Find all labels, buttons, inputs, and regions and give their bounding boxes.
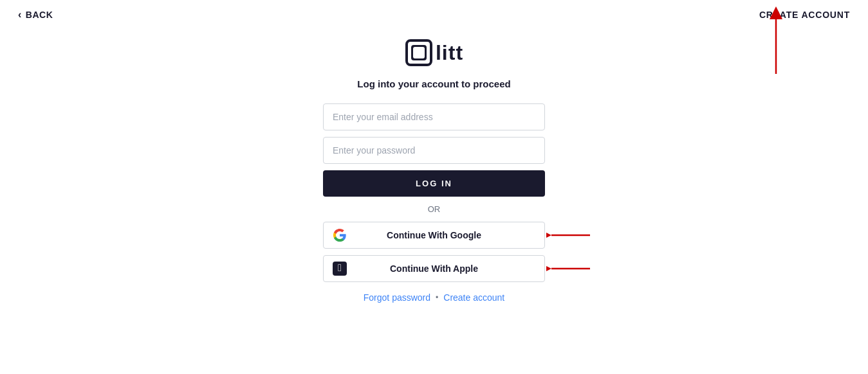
logo-icon — [405, 39, 433, 67]
annotation-arrow-create-account — [760, 6, 792, 77]
login-form: LOG IN OR Continue With Google — [323, 103, 545, 282]
forgot-password-link[interactable]: Forgot password — [364, 292, 430, 303]
tagline: Log into your account to proceed — [357, 78, 510, 89]
apple-icon:  — [333, 262, 347, 276]
google-signin-button[interactable]: Continue With Google — [323, 222, 545, 249]
apple-button-wrapper:  Continue With Apple — [323, 255, 545, 282]
or-divider: OR — [323, 204, 545, 214]
back-label: BACK — [26, 10, 53, 20]
main-content: litt Log into your account to proceed LO… — [0, 0, 868, 303]
bottom-links: Forgot password • Create account — [364, 292, 504, 303]
back-button[interactable]: ‹ BACK — [18, 9, 53, 21]
logo-container: litt — [405, 39, 463, 67]
dot-separator: • — [436, 293, 438, 302]
google-button-label: Continue With Google — [387, 230, 481, 240]
svg-rect-4 — [413, 47, 425, 58]
create-account-link[interactable]: Create account — [443, 292, 504, 303]
email-input[interactable] — [323, 103, 545, 130]
back-chevron-icon: ‹ — [18, 9, 22, 21]
logo-text: litt — [436, 41, 463, 65]
password-input[interactable] — [323, 137, 545, 164]
top-nav: ‹ BACK CREATE ACCOUNT — [0, 0, 868, 30]
apple-button-label: Continue With Apple — [390, 263, 478, 274]
annotation-arrow-google — [546, 224, 591, 247]
apple-signin-button[interactable]:  Continue With Apple — [323, 255, 545, 282]
google-icon — [333, 228, 347, 242]
annotation-arrow-apple — [546, 257, 591, 280]
login-button[interactable]: LOG IN — [323, 170, 545, 197]
google-button-wrapper: Continue With Google — [323, 222, 545, 249]
